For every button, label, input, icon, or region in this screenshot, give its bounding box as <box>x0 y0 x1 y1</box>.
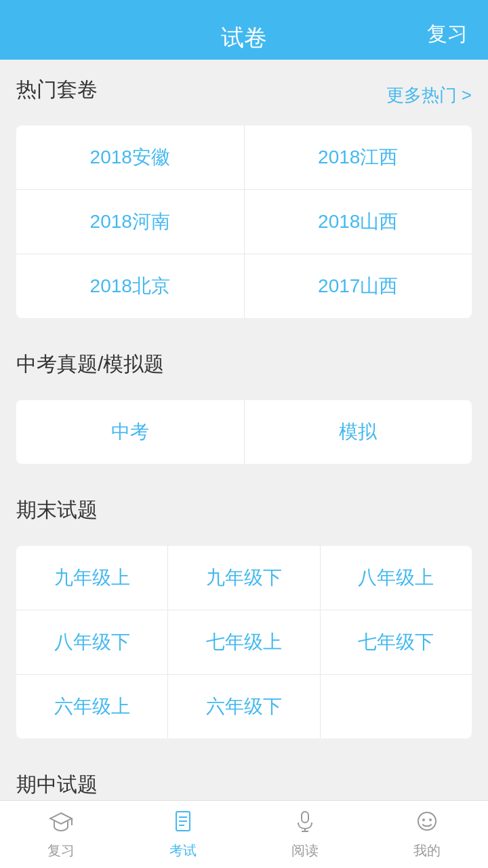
nav-item-mine[interactable]: 我的 <box>366 804 488 865</box>
qimo-section-header: 期末试题 <box>16 496 472 535</box>
qimo-card: 九年级上 九年级下 八年级上 八年级下 七年级上 七年级下 六年级上 六年级下 <box>16 546 472 738</box>
main-content: 热门套卷 更多热门 > 2018安徽 2018江西 2018河南 2018山西 … <box>0 60 488 868</box>
table-row: 2018河南 2018山西 <box>16 190 472 254</box>
moni-item[interactable]: 模拟 <box>245 400 472 464</box>
svg-rect-6 <box>302 812 308 823</box>
exam-icon <box>171 809 195 839</box>
table-row: 2018安徽 2018江西 <box>16 125 472 190</box>
list-item[interactable]: 2018安徽 <box>16 125 245 189</box>
qizhong-section-title: 期中试题 <box>16 771 98 799</box>
list-item[interactable]: 2018江西 <box>245 125 472 189</box>
hot-section-header: 热门套卷 更多热门 > <box>16 76 472 115</box>
zhongkao-item[interactable]: 中考 <box>16 400 245 464</box>
nav-item-exam[interactable]: 考试 <box>122 804 244 865</box>
table-row: 九年级上 九年级下 八年级上 <box>16 546 472 610</box>
svg-marker-0 <box>50 813 72 824</box>
header-title: 试卷 <box>221 22 267 54</box>
list-item[interactable]: 九年级下 <box>168 546 320 610</box>
table-row: 六年级上 六年级下 <box>16 675 472 738</box>
nav-label-exam: 考试 <box>169 842 197 860</box>
list-item[interactable]: 八年级下 <box>16 610 168 674</box>
nav-item-review[interactable]: 复习 <box>0 804 122 865</box>
list-item[interactable]: 六年级下 <box>168 675 320 738</box>
list-item[interactable]: 2018河南 <box>16 190 245 254</box>
hot-section-title: 热门套卷 <box>16 76 98 104</box>
list-item[interactable]: 七年级下 <box>321 610 472 674</box>
list-item-empty <box>321 675 472 738</box>
zhongkao-section-header: 中考真题/模拟题 <box>16 351 472 389</box>
list-item[interactable]: 2018北京 <box>16 254 245 318</box>
hot-card: 2018安徽 2018江西 2018河南 2018山西 2018北京 2017山… <box>16 125 472 318</box>
svg-point-10 <box>422 818 425 821</box>
list-item[interactable]: 2017山西 <box>245 254 472 318</box>
table-row: 中考 模拟 <box>16 400 472 464</box>
nav-label-read: 阅读 <box>291 842 319 860</box>
list-item[interactable]: 六年级上 <box>16 675 168 738</box>
qimo-section-title: 期末试题 <box>16 496 98 524</box>
qimo-section: 期末试题 九年级上 九年级下 八年级上 八年级下 七年级上 七年级下 六年级上 … <box>0 480 488 738</box>
list-item[interactable]: 2018山西 <box>245 190 472 254</box>
bottom-navigation: 复习 考试 阅读 <box>0 800 488 868</box>
table-row: 八年级下 七年级上 七年级下 <box>16 610 472 675</box>
hot-section: 热门套卷 更多热门 > 2018安徽 2018江西 2018河南 2018山西 … <box>0 60 488 318</box>
nav-label-mine: 我的 <box>413 842 441 860</box>
table-row: 2018北京 2017山西 <box>16 254 472 318</box>
face-icon <box>415 809 439 839</box>
zhongkao-section-title: 中考真题/模拟题 <box>16 351 164 378</box>
review-button[interactable]: 复习 <box>427 12 468 48</box>
svg-point-11 <box>429 818 432 821</box>
nav-label-review: 复习 <box>47 842 75 860</box>
list-item[interactable]: 八年级上 <box>321 546 472 610</box>
zhongkao-section: 中考真题/模拟题 中考 模拟 <box>0 334 488 464</box>
more-hot-link[interactable]: 更多热门 > <box>386 83 472 107</box>
app-header: 试卷 复习 <box>0 0 488 60</box>
svg-point-9 <box>418 812 436 830</box>
mic-icon <box>293 809 317 839</box>
zhongkao-card: 中考 模拟 <box>16 400 472 464</box>
graduation-icon <box>49 809 73 839</box>
list-item[interactable]: 七年级上 <box>168 610 320 674</box>
nav-item-read[interactable]: 阅读 <box>244 804 366 865</box>
list-item[interactable]: 九年级上 <box>16 546 168 610</box>
